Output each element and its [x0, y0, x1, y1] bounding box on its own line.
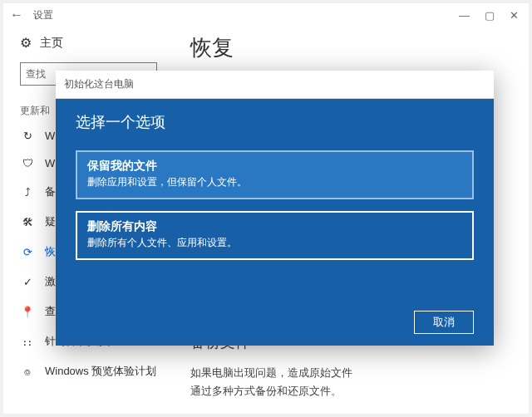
sidebar-item-icon: ⟳	[20, 246, 35, 258]
close-icon[interactable]: ✕	[510, 9, 519, 22]
sidebar-home-label: 主页	[40, 36, 63, 51]
option-title: 删除所有内容	[87, 219, 462, 234]
sidebar-item-icon: ⤴	[20, 186, 35, 199]
sidebar-item-label: W	[45, 130, 55, 142]
sidebar-item-label: 恢	[45, 244, 56, 259]
wizard-title: 初始化这台电脑	[56, 71, 494, 99]
sidebar-item-label: Windows 预览体验计划	[45, 364, 156, 379]
option-desc: 删除应用和设置，但保留个人文件。	[87, 175, 462, 189]
option-title: 保留我的文件	[87, 159, 462, 174]
sidebar-item-icon: ✓	[20, 276, 35, 288]
sidebar-item-label: 备	[45, 184, 56, 199]
wizard-prompt: 选择一个选项	[76, 112, 474, 132]
cancel-button[interactable]: 取消	[414, 311, 474, 334]
sidebar-item-icon: 🛡	[20, 157, 35, 169]
maximize-icon[interactable]: ▢	[485, 9, 495, 22]
sidebar-item-icon: ↻	[20, 130, 35, 142]
sidebar-item[interactable]: ⌾Windows 预览体验计划	[20, 364, 161, 379]
page-title: 恢复	[190, 33, 512, 62]
sidebar-item-icon: 📍	[20, 306, 35, 318]
option-remove-everything[interactable]: 删除所有内容 删除所有个人文件、应用和设置。	[76, 211, 474, 260]
sidebar-item-icon: ᎓᎓	[20, 336, 35, 348]
sidebar-item-label: 疑	[45, 214, 56, 229]
backup-body-line: 如果电脑出现问题，造成原始文件	[190, 364, 512, 382]
gear-icon: ⚙	[20, 35, 32, 51]
titlebar: ← 设置 — ▢ ✕	[3, 3, 529, 27]
sidebar-item-icon: 🛠	[20, 216, 35, 228]
minimize-icon[interactable]: —	[459, 9, 470, 22]
sidebar-item-label: W	[45, 157, 55, 169]
window-title: 设置	[33, 8, 53, 22]
option-keep-files[interactable]: 保留我的文件 删除应用和设置，但保留个人文件。	[76, 150, 474, 199]
backup-body-line: 通过多种方式备份和还原文件。	[190, 382, 512, 400]
back-icon[interactable]: ←	[8, 7, 25, 22]
sidebar-item-label: 激	[45, 274, 56, 289]
search-placeholder: 查找	[26, 67, 46, 81]
sidebar-home[interactable]: ⚙ 主页	[20, 35, 161, 51]
reset-pc-wizard: 初始化这台电脑 选择一个选项 保留我的文件 删除应用和设置，但保留个人文件。 删…	[56, 71, 494, 346]
option-desc: 删除所有个人文件、应用和设置。	[87, 236, 462, 250]
sidebar-item-icon: ⌾	[20, 365, 35, 378]
